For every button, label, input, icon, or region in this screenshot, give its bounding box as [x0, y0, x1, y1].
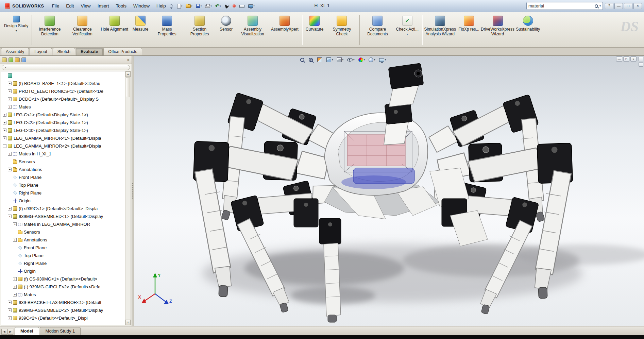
- zoom-area-icon[interactable]: [308, 56, 315, 63]
- sensor-button[interactable]: Sensor: [216, 13, 236, 47]
- tree-expand-toggle[interactable]: +: [8, 89, 12, 93]
- hide-show-items-icon[interactable]: ▾: [346, 57, 356, 63]
- tree-item[interactable]: + LEG-C<2> (Default<Display State-1>): [1, 119, 125, 126]
- display-style-icon[interactable]: ▾: [336, 56, 344, 64]
- menu-item[interactable]: Edit: [63, 2, 77, 10]
- doc-restore-button[interactable]: □: [623, 56, 629, 62]
- tree-expand-toggle[interactable]: +: [13, 222, 17, 226]
- keyboard-icon[interactable]: [238, 3, 246, 9]
- tree-item[interactable]: + Mates in LEG_GAMMA_MIRROR: [1, 220, 125, 228]
- graphics-area[interactable]: ▾ ▾ ▾ ▾: [134, 56, 644, 326]
- command-tab[interactable]: Layout: [30, 48, 52, 55]
- tree-item[interactable]: + Mates: [1, 291, 125, 299]
- tree-expand-toggle[interactable]: +: [8, 152, 12, 156]
- tree-item[interactable]: Right Plane: [1, 189, 125, 197]
- new-document-icon[interactable]: ▾: [176, 3, 184, 9]
- search-dropdown-icon[interactable]: ▾: [599, 4, 601, 7]
- tree-expand-toggle[interactable]: -: [8, 215, 12, 218]
- apply-scene-icon[interactable]: ▾: [368, 56, 376, 64]
- tree-item[interactable]: + LEG-C<1> (Default<Display State-1>): [1, 111, 125, 119]
- tree-item[interactable]: + 939MG-ASSEMBLED<2> (Default<Display: [1, 306, 125, 314]
- menu-item[interactable]: Insert: [95, 2, 112, 10]
- menu-item[interactable]: File: [49, 2, 63, 10]
- design-study-button[interactable]: Design Study ▾: [2, 13, 30, 47]
- tree-expand-toggle[interactable]: +: [8, 168, 12, 171]
- tree-expand-toggle[interactable]: +: [3, 121, 6, 124]
- view-orientation-icon[interactable]: ▾: [325, 56, 334, 64]
- tree-item[interactable]: + Annotations: [1, 236, 125, 244]
- tree-item[interactable]: Origin: [1, 267, 125, 275]
- check-active-document-button[interactable]: ✔ Check Acti... ▾: [394, 13, 421, 47]
- hole-alignment-button[interactable]: Hole Alignment: [99, 13, 130, 47]
- sustainability-button[interactable]: Sustainability: [514, 13, 542, 47]
- tree-item[interactable]: + Mates: [1, 103, 125, 111]
- tree-expand-toggle[interactable]: -: [3, 144, 6, 148]
- tree-item[interactable]: Top Plane: [1, 252, 125, 259]
- tree-expand-toggle[interactable]: +: [8, 301, 12, 304]
- bottom-tab[interactable]: Model: [15, 327, 39, 335]
- tree-item[interactable]: + 939-BRACKET-LA3-MIRROR<1> (Default: [1, 299, 125, 306]
- print-icon[interactable]: ▾: [204, 3, 213, 9]
- tree-item[interactable]: + Annotations: [1, 166, 125, 173]
- symmetry-check-button[interactable]: Symmetry Check: [325, 13, 358, 47]
- tree-expand-toggle[interactable]: +: [8, 207, 12, 210]
- scroll-down-button[interactable]: ▼: [125, 320, 131, 325]
- undo-icon[interactable]: ↶ ▾: [214, 3, 222, 9]
- menu-item[interactable]: Help: [153, 2, 169, 10]
- tree-expand-toggle[interactable]: +: [8, 82, 12, 85]
- tree-item[interactable]: + (-) 939MG-CIRCLE<2> (Default<<Defa: [1, 283, 125, 291]
- tree-item[interactable]: + 939C<2> (Default<<Default>_Displ: [1, 314, 125, 322]
- edit-appearance-icon[interactable]: ▾: [357, 56, 366, 64]
- compare-documents-button[interactable]: Compare Documents: [361, 13, 394, 47]
- tree-item[interactable]: Right Plane: [1, 259, 125, 267]
- simulationxpress-analysis-wizard-button[interactable]: SimulationXpress Analysis Wizard: [424, 13, 456, 47]
- doc-close-button[interactable]: ×: [630, 56, 637, 62]
- tree-expand-toggle[interactable]: +: [13, 238, 17, 242]
- tree-expand-toggle[interactable]: +: [13, 285, 17, 289]
- menu-item[interactable]: Tools: [113, 2, 130, 10]
- tree-expand-toggle[interactable]: +: [3, 129, 6, 132]
- assembly-visualization-button[interactable]: Assembly Visualization: [236, 13, 269, 47]
- mass-properties-button[interactable]: Mass Properties: [151, 13, 183, 47]
- clearance-verification-button[interactable]: Clearance Verification: [66, 13, 99, 47]
- tree-item[interactable]: + LEG-C<3> (Default<Display State-1>): [1, 126, 125, 134]
- tree-expand-toggle[interactable]: +: [8, 316, 12, 320]
- tree-expand-toggle[interactable]: +: [8, 97, 12, 101]
- tree-expand-toggle[interactable]: +: [13, 293, 17, 296]
- command-tab[interactable]: Assembly: [1, 48, 29, 55]
- curvature-button[interactable]: Curvature: [304, 13, 326, 47]
- configurationmanager-tab-icon[interactable]: [15, 57, 20, 62]
- featuremanager-tab-icon[interactable]: [2, 57, 7, 62]
- tree-expand-toggle[interactable]: +: [3, 113, 6, 117]
- pane-split-button[interactable]: [639, 57, 643, 61]
- open-icon[interactable]: ▾: [184, 4, 194, 9]
- view-settings-icon[interactable]: ▾: [378, 57, 387, 63]
- tab-scroll-right-button[interactable]: ▶: [7, 329, 13, 335]
- minimize-button[interactable]: —: [614, 3, 623, 9]
- tree-item[interactable]: + (f) s939C<1> (Default<<Default>_Displa: [1, 205, 125, 213]
- menu-pin-icon[interactable]: [170, 4, 173, 8]
- command-tab[interactable]: Office Products: [103, 48, 142, 55]
- panel-collapse-button[interactable]: »: [127, 57, 130, 62]
- tree-item[interactable]: + PROTO_ELECTRONICS<1> (Default<<De: [1, 87, 125, 95]
- tree-item[interactable]: + (f) CS-939MG<1> (Default<<Default>: [1, 275, 125, 283]
- tree-item[interactable]: Front Plane: [1, 173, 125, 181]
- scrollbar-thumb[interactable]: [126, 78, 130, 97]
- tree-filter-bar[interactable]: ▼: [2, 65, 130, 70]
- assemblyxpert-button[interactable]: AssemblyXpert: [269, 13, 301, 47]
- filter-dropdown-icon[interactable]: ▼: [4, 66, 7, 69]
- tree-item[interactable]: + Mates in H_XI_1: [1, 150, 125, 158]
- measure-button[interactable]: Measure: [130, 13, 151, 47]
- select-cursor-icon[interactable]: ▾: [223, 3, 231, 9]
- pane-split-button[interactable]: [639, 62, 643, 67]
- options-display-icon[interactable]: ▾: [247, 4, 256, 9]
- tree-expand-toggle[interactable]: +: [13, 277, 17, 281]
- section-view-icon[interactable]: [316, 56, 324, 64]
- tab-scroll-left-button[interactable]: ◀: [1, 329, 7, 335]
- interference-detection-button[interactable]: Interference Detection: [33, 13, 66, 47]
- dimxpertmanager-tab-icon[interactable]: [21, 57, 26, 62]
- tree-item[interactable]: Top Plane: [1, 181, 125, 189]
- zoom-fit-icon[interactable]: [299, 56, 306, 63]
- command-tab[interactable]: Sketch: [53, 48, 75, 55]
- record-macro-icon[interactable]: [231, 4, 237, 8]
